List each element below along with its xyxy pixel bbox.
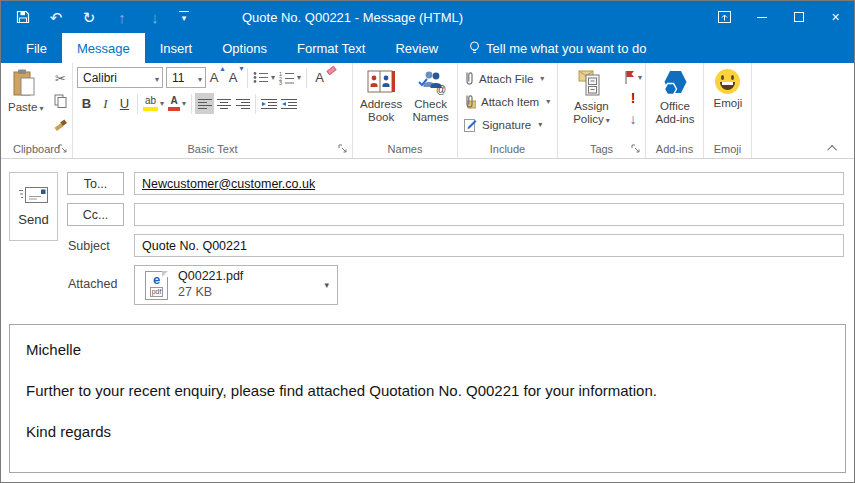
increase-indent-button[interactable] <box>279 93 299 114</box>
assign-policy-button[interactable]: Assign Policy <box>562 66 621 140</box>
decrease-indent-button[interactable] <box>259 93 279 114</box>
shrink-font-button[interactable]: A▼ <box>225 67 244 88</box>
numbering-button[interactable]: 123 <box>277 67 303 88</box>
emoji-button[interactable]: Emoji <box>711 66 746 140</box>
to-button[interactable]: To... <box>67 172 124 195</box>
to-row: To... Newcustomer@customer.co.uk <box>67 172 844 195</box>
ribbon-group-names: Address Book @ Check Names Names <box>353 63 458 158</box>
ribbon-spacer <box>752 63 854 158</box>
ribbon-display-options-button[interactable] <box>706 1 743 33</box>
paste-button[interactable]: Paste <box>5 66 46 140</box>
bullets-button[interactable] <box>251 67 277 88</box>
text-highlight-color-button[interactable]: ab <box>141 93 166 114</box>
customize-quick-access-icon[interactable]: ▾ <box>179 11 189 23</box>
cut-icon[interactable]: ✂ <box>50 68 70 88</box>
paste-clipboard-icon <box>13 69 38 98</box>
tab-insert[interactable]: Insert <box>145 33 208 63</box>
title-bar: ↶ ↻ ↑ ↓ ▾ Quote No. Q00221 - Message (HT… <box>1 1 854 33</box>
bold-button[interactable]: B <box>77 93 96 114</box>
redo-icon[interactable]: ↻ <box>80 8 98 26</box>
clipboard-dialog-launcher-icon[interactable] <box>58 144 69 155</box>
attached-row: Attached e pdf Q00221.pdf 27 KB ▾ <box>67 265 844 305</box>
chevron-up-icon <box>827 144 837 154</box>
clear-formatting-button[interactable]: A <box>310 67 329 88</box>
tags-dialog-launcher-icon[interactable] <box>631 144 642 155</box>
cc-field[interactable] <box>134 203 844 226</box>
attachment-filename: Q00221.pdf <box>178 269 314 285</box>
ribbon-group-clipboard: Paste ✂ Clipboard <box>1 63 73 158</box>
attached-label: Attached <box>67 277 124 291</box>
ribbon-group-emoji: Emoji Emoji <box>704 63 752 158</box>
high-importance-button[interactable]: ! <box>631 88 636 108</box>
low-importance-button[interactable]: ↓ <box>629 109 636 129</box>
attach-item-button[interactable]: Attach Item <box>462 91 554 112</box>
tab-format-text[interactable]: Format Text <box>282 33 380 63</box>
close-button[interactable]: × <box>817 1 854 33</box>
tell-me-box[interactable]: Tell me what you want to do <box>457 33 658 63</box>
minimize-button[interactable] <box>743 1 780 33</box>
italic-button[interactable]: I <box>96 93 115 114</box>
tab-message[interactable]: Message <box>62 33 145 63</box>
follow-up-flag-button[interactable] <box>624 67 642 87</box>
cc-row: Cc... <box>67 203 844 226</box>
previous-item-icon: ↑ <box>113 8 131 26</box>
body-closing: Kind regards <box>26 423 829 442</box>
clipboard-mini-buttons: ✂ <box>50 66 70 140</box>
underline-button[interactable]: U <box>115 93 134 114</box>
svg-text:3: 3 <box>279 80 282 85</box>
pdf-file-icon: e pdf <box>145 271 168 300</box>
assign-policy-icon <box>578 69 604 97</box>
ribbon-group-tags: Assign Policy ! ↓ Tags <box>558 63 646 158</box>
tab-review[interactable]: Review <box>380 33 453 63</box>
outlook-message-window: ↶ ↻ ↑ ↓ ▾ Quote No. Q00221 - Message (HT… <box>0 0 855 483</box>
subject-row: Subject Quote No. Q00221 <box>67 234 844 257</box>
ribbon-tab-bar: File Message Insert Options Format Text … <box>1 33 854 63</box>
signature-pen-icon <box>464 118 477 132</box>
to-recipient[interactable]: Newcustomer@customer.co.uk <box>142 177 315 191</box>
highlight-color-bar <box>143 107 158 111</box>
address-book-icon <box>366 69 396 95</box>
tab-file[interactable]: File <box>11 33 62 63</box>
subject-field[interactable]: Quote No. Q00221 <box>134 234 844 257</box>
align-right-button[interactable] <box>233 93 252 114</box>
maximize-button[interactable] <box>780 1 817 33</box>
next-item-icon: ↓ <box>146 8 164 26</box>
align-left-button[interactable] <box>195 93 214 114</box>
ribbon-group-basic-text: Calibri 11 A▲ A▼ 123 <box>73 63 353 158</box>
attach-item-icon <box>464 94 476 109</box>
attachment-chip[interactable]: e pdf Q00221.pdf 27 KB ▾ <box>134 265 338 305</box>
send-envelope-icon <box>19 186 49 205</box>
format-painter-icon[interactable] <box>50 114 70 134</box>
font-size-select[interactable]: 11 <box>166 67 206 88</box>
ribbon-group-addins: Office Add-ins Add-ins <box>646 63 704 158</box>
basic-text-dialog-launcher-icon[interactable] <box>338 144 349 155</box>
cc-button[interactable]: Cc... <box>67 203 124 226</box>
collapse-ribbon-button[interactable] <box>826 142 840 154</box>
grow-font-button[interactable]: A▲ <box>206 67 225 88</box>
to-field[interactable]: Newcustomer@customer.co.uk <box>134 172 844 195</box>
eraser-icon <box>326 66 336 75</box>
ribbon: Paste ✂ Clipboard <box>1 63 854 159</box>
send-button[interactable]: Send <box>9 172 58 241</box>
attachment-dropdown-icon[interactable]: ▾ <box>324 280 329 290</box>
emoji-smiley-icon <box>715 69 740 94</box>
align-center-button[interactable] <box>214 93 233 114</box>
check-names-button[interactable]: @ Check Names <box>407 66 454 140</box>
message-body-editor[interactable]: Michelle Further to your recent enquiry,… <box>9 324 846 473</box>
office-addins-hexagon-icon <box>660 69 690 97</box>
body-greeting: Michelle <box>26 341 829 360</box>
office-addins-button[interactable]: Office Add-ins <box>650 66 700 140</box>
address-book-button[interactable]: Address Book <box>357 66 405 140</box>
paperclip-icon <box>464 71 474 86</box>
font-color-button[interactable]: A <box>166 93 188 114</box>
svg-text:@: @ <box>436 84 446 95</box>
copy-icon[interactable] <box>50 91 70 111</box>
quick-access-toolbar: ↶ ↻ ↑ ↓ ▾ <box>1 8 189 26</box>
undo-icon[interactable]: ↶ <box>47 8 65 26</box>
page-fold <box>162 271 168 277</box>
font-name-select[interactable]: Calibri <box>77 67 163 88</box>
signature-button[interactable]: Signature <box>462 114 554 135</box>
tab-options[interactable]: Options <box>207 33 282 63</box>
attach-file-button[interactable]: Attach File <box>462 68 554 89</box>
save-icon[interactable] <box>14 8 32 26</box>
